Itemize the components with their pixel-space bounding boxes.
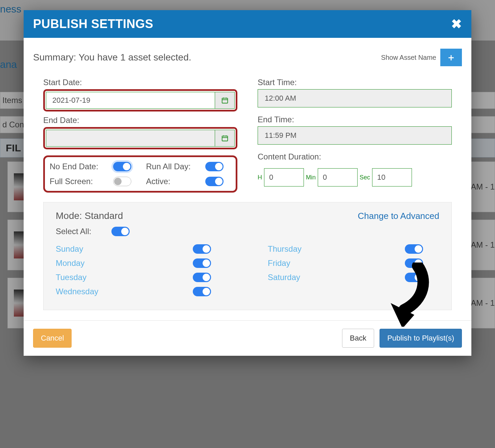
publish-button[interactable]: Publish to Playlist(s) xyxy=(380,329,462,348)
day-wednesday-label: Wednesday xyxy=(56,287,98,296)
duration-sec-label: Sec xyxy=(360,174,370,181)
show-asset-name-label: Show Asset Name xyxy=(381,54,436,61)
select-all-label: Select All: xyxy=(56,227,91,236)
start-time-value: 12:00 AM xyxy=(265,94,296,103)
day-monday-toggle[interactable] xyxy=(193,258,211,268)
change-to-advanced-link[interactable]: Change to Advanced xyxy=(358,211,439,221)
day-saturday-label: Saturday xyxy=(268,273,300,282)
duration-seconds-input[interactable] xyxy=(372,168,412,186)
day-tuesday-toggle[interactable] xyxy=(193,273,211,282)
mode-title: Mode: Standard xyxy=(56,210,123,221)
start-time-label: Start Time: xyxy=(258,78,452,87)
full-screen-toggle[interactable] xyxy=(113,177,131,186)
day-thursday-toggle[interactable] xyxy=(405,244,423,254)
calendar-icon xyxy=(221,134,229,142)
end-time-label: End Time: xyxy=(258,115,452,124)
day-monday-label: Monday xyxy=(56,258,84,268)
day-wednesday-toggle[interactable] xyxy=(193,287,211,296)
end-date-label: End Date: xyxy=(43,116,237,125)
active-toggle[interactable] xyxy=(205,177,224,186)
svg-rect-0 xyxy=(222,98,228,103)
day-sunday-label: Sunday xyxy=(56,244,83,254)
select-all-toggle[interactable] xyxy=(111,227,130,236)
duration-h-label: H xyxy=(258,174,262,181)
back-button[interactable]: Back xyxy=(342,329,374,348)
modal-title: PUBLISH SETTINGS xyxy=(33,17,153,31)
day-sunday-toggle[interactable] xyxy=(193,244,211,254)
options-highlight: No End Date: Run All Day: Full Screen: A… xyxy=(43,155,237,193)
start-date-calendar-button[interactable] xyxy=(215,92,235,109)
calendar-icon xyxy=(221,97,229,104)
close-icon[interactable]: ✖ xyxy=(451,18,462,30)
day-thursday-label: Thursday xyxy=(268,244,302,254)
content-duration-label: Content Duration: xyxy=(258,152,452,161)
end-date-input[interactable] xyxy=(46,130,215,147)
no-end-date-toggle[interactable] xyxy=(113,162,131,171)
day-saturday-toggle[interactable] xyxy=(405,273,423,282)
modal-body: Summary: You have 1 asset selected. Show… xyxy=(24,38,471,320)
run-all-day-label: Run All Day: xyxy=(146,162,200,171)
summary-text: Summary: You have 1 asset selected. xyxy=(33,52,191,63)
run-all-day-toggle[interactable] xyxy=(205,162,224,171)
modal-header: PUBLISH SETTINGS ✖ xyxy=(24,10,471,38)
duration-min-label: Min xyxy=(306,174,316,181)
duration-hours-input[interactable] xyxy=(264,168,304,186)
day-friday-label: Friday xyxy=(268,258,290,268)
end-time-value: 11:59 PM xyxy=(265,131,296,140)
modal-footer: Cancel Back Publish to Playlist(s) xyxy=(24,320,471,356)
plus-icon: ＋ xyxy=(446,51,456,64)
svg-rect-4 xyxy=(222,136,228,141)
full-screen-label: Full Screen: xyxy=(50,177,107,186)
cancel-button[interactable]: Cancel xyxy=(33,329,72,348)
no-end-date-label: No End Date: xyxy=(50,162,107,171)
day-friday-toggle[interactable] xyxy=(405,258,423,268)
show-asset-name-button[interactable]: ＋ xyxy=(440,49,462,66)
start-date-input[interactable] xyxy=(46,92,215,109)
duration-minutes-input[interactable] xyxy=(318,168,358,186)
start-date-highlight xyxy=(43,89,237,111)
end-date-calendar-button[interactable] xyxy=(215,130,235,147)
start-date-label: Start Date: xyxy=(43,78,237,87)
active-label: Active: xyxy=(146,177,200,186)
day-tuesday-label: Tuesday xyxy=(56,273,86,282)
end-date-highlight xyxy=(43,127,237,149)
mode-panel: Mode: Standard Change to Advanced Select… xyxy=(43,202,452,310)
start-time-input[interactable]: 12:00 AM xyxy=(258,89,452,107)
end-time-input[interactable]: 11:59 PM xyxy=(258,126,452,145)
publish-settings-modal: PUBLISH SETTINGS ✖ Summary: You have 1 a… xyxy=(24,10,471,356)
modal-overlay: PUBLISH SETTINGS ✖ Summary: You have 1 a… xyxy=(0,0,495,448)
